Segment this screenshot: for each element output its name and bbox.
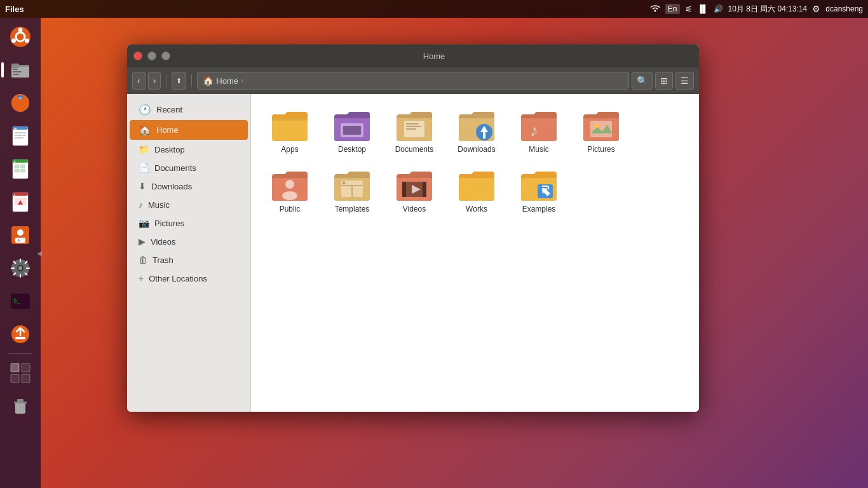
folder-examples-label: Examples	[522, 205, 556, 214]
svg-rect-56	[406, 123, 419, 125]
toolbar: ‹ › ⬆ 🏠 Home › 🔍 ⊞ ☰	[127, 67, 699, 94]
sidebar-item-downloads[interactable]: ⬇ Downloads	[130, 177, 248, 195]
svg-rect-44	[22, 363, 30, 372]
folder-works[interactable]: Works	[448, 164, 505, 219]
menu-button[interactable]: ☰	[675, 72, 694, 90]
svg-rect-73	[423, 182, 426, 197]
sidebar-item-trash-label: Trash	[153, 255, 173, 265]
dock-updater[interactable]	[5, 319, 36, 349]
folder-documents[interactable]: Documents	[386, 104, 443, 159]
folder-public[interactable]: Public	[261, 164, 318, 219]
search-button[interactable]: 🔍	[632, 72, 653, 90]
svg-rect-8	[13, 69, 18, 70]
window-maximize-button[interactable]	[161, 51, 170, 60]
documents-icon: 📄	[139, 163, 149, 173]
sidebar-item-documents[interactable]: 📄 Documents	[130, 159, 248, 177]
svg-rect-48	[14, 402, 27, 403]
sidebar-item-trash[interactable]: 🗑 Trash	[130, 251, 248, 269]
folder-public-label: Public	[280, 205, 301, 214]
dock-trash[interactable]	[5, 391, 36, 421]
dock-expand-arrow[interactable]: ◀	[37, 250, 42, 257]
svg-rect-16	[15, 132, 26, 133]
svg-rect-18	[15, 137, 24, 139]
sidebar-item-pictures[interactable]: 📷 Pictures	[130, 214, 248, 232]
svg-rect-72	[402, 182, 406, 197]
folder-examples[interactable]: Examples	[510, 164, 567, 219]
dock-workspaces[interactable]	[5, 358, 36, 388]
folder-apps[interactable]: Apps	[261, 104, 318, 159]
folder-documents-label: Documents	[395, 145, 434, 154]
folder-pictures[interactable]: Pictures	[573, 104, 630, 159]
svg-text:C: C	[14, 160, 17, 164]
folder-music[interactable]: ♪ Music	[510, 104, 567, 159]
sidebar-item-home[interactable]: 🏠 Home	[130, 120, 248, 140]
sidebar-item-desktop[interactable]: 📁 Desktop	[130, 140, 248, 158]
svg-text:A: A	[17, 238, 20, 242]
svg-text:♪: ♪	[530, 121, 538, 140]
dock-ubuntu[interactable]	[5, 22, 36, 52]
folder-apps-label: Apps	[281, 145, 298, 154]
svg-rect-7	[11, 64, 19, 68]
folder-pictures-label: Pictures	[587, 145, 614, 154]
dock-terminal[interactable]: $_	[5, 286, 36, 316]
view-grid-button[interactable]: ⊞	[655, 72, 673, 90]
battery-icon: ▐▌	[698, 4, 709, 13]
keyboard-layout[interactable]: En	[665, 4, 680, 14]
sidebar-item-other-locations[interactable]: + Other Locations	[130, 269, 248, 287]
folder-downloads[interactable]: Downloads	[448, 104, 505, 159]
breadcrumb-arrow-icon: ›	[241, 76, 243, 85]
toolbar-right: 🔍 ⊞ ☰	[632, 72, 694, 90]
topbar-title[interactable]: Files	[5, 4, 24, 14]
system-settings-icon[interactable]: ⚙	[812, 4, 820, 14]
svg-text:W: W	[14, 127, 17, 131]
breadcrumb-label: Home	[216, 76, 238, 86]
svg-rect-22	[15, 165, 19, 168]
parent-folder-button[interactable]: ⬆	[172, 72, 186, 90]
dock-libreoffice-impress[interactable]: I	[5, 187, 36, 217]
file-grid: Apps Desktop	[251, 94, 699, 412]
dock-libreoffice-calc[interactable]: C	[5, 154, 36, 184]
pictures-icon: 📷	[139, 218, 149, 228]
dock-software-center[interactable]: A	[5, 220, 36, 250]
dock-firefox[interactable]	[5, 88, 36, 118]
back-button[interactable]: ‹	[132, 72, 146, 90]
svg-text:A: A	[342, 180, 346, 185]
folder-downloads-label: Downloads	[458, 145, 495, 154]
folder-desktop[interactable]: Desktop	[323, 104, 381, 159]
dock-files[interactable]	[5, 55, 36, 85]
svg-point-33	[17, 229, 24, 236]
window-close-button[interactable]	[133, 51, 142, 60]
topbar-left: Files	[5, 4, 24, 14]
sidebar-item-downloads-label: Downloads	[151, 182, 192, 191]
dock-divider	[9, 353, 32, 354]
breadcrumb-home-icon: 🏠	[203, 76, 214, 86]
svg-point-3	[25, 39, 29, 43]
sidebar-item-documents-label: Documents	[154, 163, 196, 173]
home-icon: 🏠	[139, 124, 151, 136]
username[interactable]: dcansheng	[825, 4, 863, 13]
forward-button[interactable]: ›	[148, 72, 161, 90]
folder-templates-label: Templates	[335, 205, 370, 214]
svg-rect-46	[22, 374, 30, 383]
breadcrumb-bar[interactable]: 🏠 Home ›	[197, 72, 629, 90]
recent-icon: 🕐	[139, 104, 151, 116]
svg-point-4	[11, 39, 16, 43]
folder-videos[interactable]: Videos	[386, 164, 443, 219]
sidebar-item-other-locations-label: Other Locations	[149, 274, 207, 283]
dock-libreoffice-writer[interactable]: W	[5, 121, 36, 151]
window-title: Home	[175, 51, 693, 61]
folder-templates[interactable]: A Templates	[323, 164, 381, 219]
sidebar-item-pictures-label: Pictures	[154, 219, 184, 228]
folder-desktop-label: Desktop	[338, 145, 366, 154]
folder-music-label: Music	[529, 145, 548, 154]
window-minimize-button[interactable]	[147, 51, 156, 60]
toolbar-separator-2	[191, 74, 192, 87]
dock-settings[interactable]	[5, 253, 36, 283]
sidebar-item-videos[interactable]: ▶ Videos	[130, 233, 248, 250]
topbar: Files En ⚟ ▐▌ 🔊 10月 8日 周六 04:13:14 ⚙ dca…	[0, 0, 868, 18]
sidebar-item-recent[interactable]: 🕐 Recent	[130, 100, 248, 119]
svg-rect-9	[13, 71, 22, 72]
sidebar-item-music[interactable]: ♪ Music	[130, 196, 248, 214]
svg-rect-49	[17, 399, 24, 402]
svg-rect-23	[20, 165, 25, 168]
